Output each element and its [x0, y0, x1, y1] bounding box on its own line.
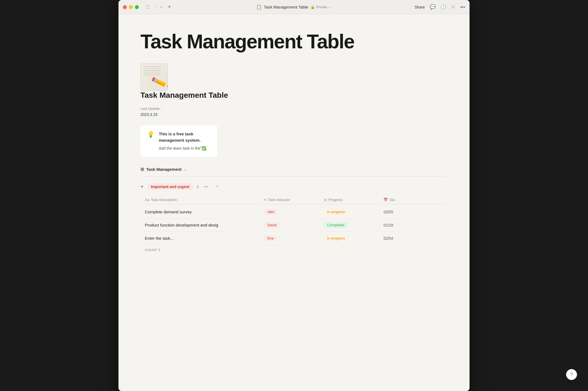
callout-icon: 💡 [147, 131, 154, 138]
new-tab-button[interactable]: + [166, 3, 173, 11]
col-header-start: 📅 Sta [383, 198, 443, 202]
table-row[interactable]: Product function development and desig D… [140, 219, 448, 232]
privacy-label: Private [316, 5, 327, 9]
cell-executor-2: Eva [264, 235, 324, 241]
line-3 [143, 70, 161, 71]
cell-progress-0: In progress [324, 209, 384, 215]
line-2 [143, 68, 161, 69]
traffic-lights [123, 5, 139, 9]
count-value: 3 [158, 248, 160, 252]
col-executor-label: Task executor [268, 198, 290, 202]
back-icon[interactable]: ‹ [153, 4, 157, 11]
callout-sub-text: Add the team task in the"✅ [159, 146, 211, 151]
group-toggle-icon[interactable]: ▼ [140, 185, 144, 189]
cell-date-0: 02/05 [383, 210, 443, 214]
section-title: Task Management Table [140, 91, 448, 100]
cell-task-0: Complete demand survey [145, 210, 264, 214]
executor-badge-0: Alex [264, 209, 278, 215]
callout-block: 💡 This is a free task management system.… [140, 125, 217, 157]
comment-icon[interactable]: 💬 [430, 4, 436, 10]
group-label-badge: Important and urgent [147, 183, 193, 190]
close-button[interactable] [123, 5, 127, 9]
table-container: ⊞ Task Management ⌄ ▼ Important and urge… [140, 167, 448, 255]
page-icon: 📋 [256, 4, 262, 10]
group-header: ▼ Important and urgent 3 ••• + [140, 181, 448, 192]
privacy-toggle[interactable]: 🔒 Private ⌄ [310, 5, 331, 9]
table-name-button[interactable]: ⊞ Task Management ⌄ [140, 167, 186, 172]
share-button[interactable]: Share [415, 5, 425, 9]
help-button[interactable]: ? [566, 369, 577, 380]
cell-progress-1: Completed [324, 222, 384, 228]
circle-icon: ◎ [324, 198, 327, 202]
count-label: COUNT [145, 248, 157, 252]
forward-icon[interactable]: › [159, 4, 163, 11]
titlebar-page-title: Task Management Table [264, 5, 308, 9]
more-options-icon[interactable]: ••• [460, 4, 465, 10]
nav-controls: ☰ ‹ › [144, 4, 163, 11]
callout-main-text: This is a free task management system. [159, 131, 211, 143]
text-icon: Aa [145, 198, 149, 202]
table-row[interactable]: Enter the task... Eva In progress 02/04 [140, 232, 448, 245]
line-5 [143, 74, 161, 74]
titlebar-title-section: 📋 Task Management Table 🔒 Private ⌄ [176, 4, 411, 10]
calendar-icon: 📅 [383, 198, 388, 202]
status-badge-1: Completed [324, 222, 348, 228]
star-icon[interactable]: ☆ [451, 4, 455, 10]
col-progress-label: Progress [329, 198, 343, 202]
meta-row: Last Update： 2023.3.15 [140, 106, 448, 117]
col-header-progress: ◎ Progress [324, 198, 384, 202]
table-chevron-icon: ⌄ [184, 167, 186, 171]
chevron-down-icon: ⌄ [328, 5, 331, 9]
last-update-label: Last Update： [140, 106, 163, 111]
table-name-label: Task Management [146, 167, 182, 172]
count-row: COUNT 3 [140, 245, 448, 255]
table-divider [140, 176, 448, 177]
callout-content: This is a free task management system. A… [159, 131, 211, 151]
group-add-icon[interactable]: + [214, 183, 221, 190]
cell-task-1: Product function development and desig [145, 223, 264, 227]
table-header-row: ⊞ Task Management ⌄ [140, 167, 448, 172]
cover-image: ✏️ [140, 63, 168, 91]
cell-progress-2: In progress [324, 235, 384, 241]
lock-icon: 🔒 [310, 5, 315, 9]
executor-badge-2: Eva [264, 235, 277, 241]
cell-date-1: 01/18 [383, 223, 443, 227]
app-window: ☰ ‹ › + 📋 Task Management Table 🔒 Privat… [118, 0, 470, 391]
list-icon: ≡ [264, 198, 266, 202]
cell-task-2: Enter the task... [145, 236, 264, 241]
col-header-executor: ≡ Task executor [264, 198, 324, 202]
minimize-button[interactable] [129, 5, 133, 9]
table-grid-icon: ⊞ [140, 167, 144, 172]
table-column-headers: Aa Task Description ≡ Task executor ◎ Pr… [140, 196, 448, 204]
page-big-title: Task Management Table [140, 31, 448, 52]
page-content: Task Management Table ✏️ Task Management… [118, 14, 470, 391]
titlebar-right-controls: Share 💬 🕐 ☆ ••• [415, 4, 465, 10]
executor-badge-1: David [264, 222, 280, 228]
cell-executor-0: Alex [264, 209, 324, 215]
help-icon: ? [570, 372, 573, 378]
status-badge-2: In progress [324, 235, 348, 241]
col-start-label: Sta [389, 198, 395, 202]
cell-date-2: 02/04 [383, 236, 443, 241]
fullscreen-button[interactable] [135, 5, 139, 9]
status-badge-0: In progress [324, 209, 348, 215]
table-row[interactable]: Complete demand survey Alex In progress … [140, 205, 448, 219]
col-header-task: Aa Task Description [145, 198, 264, 202]
group-more-icon[interactable]: ••• [202, 184, 210, 189]
cell-executor-1: David [264, 222, 324, 228]
group-count: 3 [197, 185, 199, 189]
hamburger-icon[interactable]: ☰ [144, 4, 151, 11]
col-task-label: Task Description [151, 198, 177, 202]
last-update-block: Last Update： 2023.3.15 [140, 106, 163, 117]
line-1 [143, 66, 161, 67]
line-4 [143, 72, 161, 72]
history-icon[interactable]: 🕐 [440, 4, 446, 10]
last-update-value: 2023.3.15 [140, 112, 163, 117]
titlebar: ☰ ‹ › + 📋 Task Management Table 🔒 Privat… [118, 0, 470, 14]
